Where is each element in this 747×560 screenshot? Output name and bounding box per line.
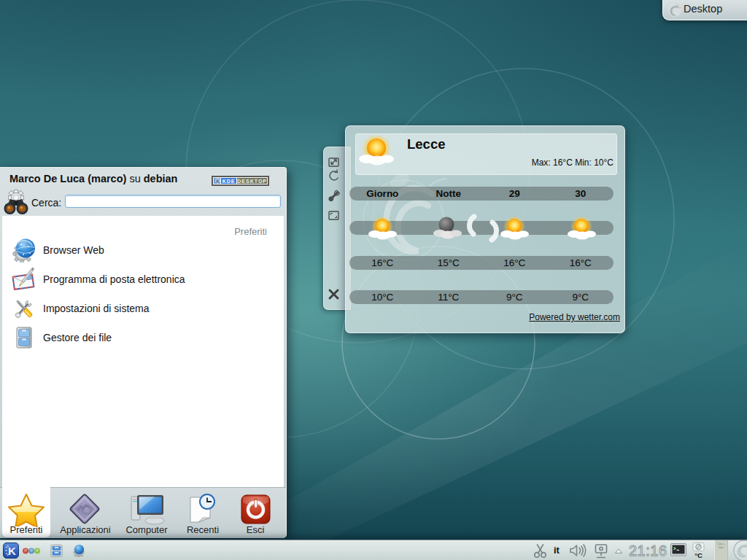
svg-text:°C: °C [694, 551, 703, 559]
svg-text:K: K [8, 545, 16, 557]
svg-text:K: K [216, 179, 220, 184]
